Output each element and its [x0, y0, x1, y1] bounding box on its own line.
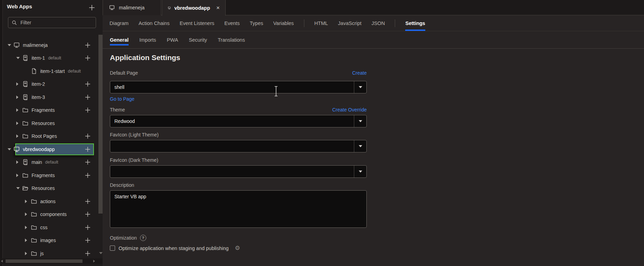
- scroll-right-arrow[interactable]: [93, 260, 95, 263]
- add-icon[interactable]: [84, 55, 91, 61]
- chevron-right-icon[interactable]: [25, 252, 31, 255]
- chevron-right-icon[interactable]: [16, 134, 22, 138]
- tree-item-css[interactable]: css: [0, 221, 103, 234]
- horizontal-scrollbar-thumb[interactable]: [6, 259, 82, 263]
- chevron-down-icon[interactable]: [8, 148, 13, 150]
- tab-json[interactable]: JSON: [372, 15, 385, 31]
- tree-item-root-pages[interactable]: Root Pages: [0, 130, 103, 143]
- add-icon[interactable]: [84, 42, 91, 49]
- add-icon[interactable]: [84, 250, 91, 257]
- editor-tab-malimeneja[interactable]: malimeneja: [103, 0, 161, 15]
- tree-item-badge: default: [45, 160, 58, 165]
- folder-icon: [22, 120, 29, 127]
- add-icon[interactable]: [84, 237, 91, 244]
- add-icon[interactable]: [84, 198, 91, 205]
- help-icon[interactable]: ?: [140, 235, 146, 241]
- default-page-select[interactable]: shell: [110, 81, 367, 93]
- tree-item-js[interactable]: js: [0, 247, 103, 260]
- add-icon[interactable]: [84, 146, 91, 153]
- scroll-down-arrow[interactable]: [99, 252, 103, 254]
- chevron-right-icon[interactable]: [25, 239, 31, 242]
- add-icon[interactable]: [84, 107, 91, 114]
- description-textarea[interactable]: Starter VB app: [110, 190, 367, 228]
- tree-item-fragments[interactable]: Fragments: [0, 104, 103, 117]
- chevron-right-icon[interactable]: [25, 213, 31, 216]
- optimize-checkbox[interactable]: [110, 246, 115, 251]
- tree-item-label: Resources: [32, 120, 55, 126]
- tab-event-listeners[interactable]: Event Listeners: [180, 15, 214, 31]
- tree-item-label: vbredwoodapp: [23, 147, 55, 152]
- create-override-link[interactable]: Create Override: [332, 107, 367, 113]
- chevron-down-icon[interactable]: [16, 57, 22, 59]
- editor-tab-strip: malimeneja vbredwoodapp ×: [103, 0, 644, 15]
- tree-item-item-2[interactable]: item-2: [0, 78, 103, 91]
- monitor-icon: [108, 5, 115, 11]
- tab-action-chains[interactable]: Action Chains: [139, 15, 169, 31]
- dropdown-button[interactable]: [354, 115, 366, 127]
- sub-tab-general[interactable]: General: [110, 31, 129, 49]
- tab-html[interactable]: HTML: [314, 15, 328, 31]
- tree-item-components[interactable]: components: [0, 208, 103, 221]
- dropdown-button[interactable]: [354, 166, 366, 177]
- tab-variables[interactable]: Variables: [273, 15, 294, 31]
- tree-item-resources[interactable]: Resources: [0, 182, 103, 195]
- chevron-right-icon[interactable]: [16, 122, 22, 125]
- add-icon[interactable]: [84, 224, 91, 231]
- vertical-scrollbar-thumb[interactable]: [98, 35, 103, 214]
- theme-select[interactable]: Redwood: [110, 115, 367, 127]
- create-page-link[interactable]: Create: [352, 70, 367, 76]
- tree-item-malimeneja[interactable]: malimeneja: [0, 39, 103, 52]
- chevron-right-icon[interactable]: [16, 174, 22, 177]
- dropdown-button[interactable]: [354, 140, 366, 152]
- tree-item-item-1-start[interactable]: item-1-start default: [0, 65, 103, 78]
- tree-item-fragments[interactable]: Fragments: [0, 169, 103, 182]
- add-icon[interactable]: [84, 172, 91, 179]
- tab-javascript[interactable]: JavaScript: [338, 15, 362, 31]
- chevron-down-icon[interactable]: [16, 187, 22, 189]
- filter-box[interactable]: [8, 17, 96, 28]
- tree-item-label: Fragments: [32, 173, 55, 178]
- add-icon[interactable]: [84, 94, 91, 101]
- chevron-down-icon[interactable]: [8, 44, 13, 46]
- tree-item-label: actions: [40, 199, 55, 204]
- dropdown-button[interactable]: [354, 81, 366, 93]
- tree-item-resources[interactable]: Resources: [0, 117, 103, 130]
- favicon-dark-select[interactable]: [110, 165, 367, 178]
- add-web-app-icon[interactable]: [88, 4, 96, 11]
- chevron-right-icon[interactable]: [16, 108, 22, 112]
- close-icon[interactable]: ×: [216, 5, 220, 11]
- tree-item-actions[interactable]: actions: [0, 195, 103, 208]
- add-icon[interactable]: [84, 211, 91, 218]
- filter-input[interactable]: [20, 20, 93, 25]
- tab-diagram[interactable]: Diagram: [110, 15, 129, 31]
- tree-item-label: main: [32, 159, 42, 165]
- add-icon[interactable]: [84, 133, 91, 140]
- add-icon[interactable]: [84, 159, 91, 166]
- sub-tab-imports[interactable]: Imports: [139, 31, 156, 49]
- sub-tab-pwa[interactable]: PWA: [167, 31, 178, 49]
- description-label: Description: [110, 182, 134, 188]
- tree-item-label: item-1: [32, 55, 45, 61]
- tree-item-images[interactable]: images: [0, 234, 103, 247]
- tree-item-main[interactable]: main default: [0, 156, 103, 169]
- gear-icon[interactable]: ⚙: [235, 245, 240, 251]
- chevron-right-icon[interactable]: [16, 82, 22, 86]
- favicon-light-label: FavIcon (Light Theme): [110, 132, 159, 138]
- favicon-light-select[interactable]: [110, 140, 367, 152]
- tree-item-item-1[interactable]: item-1 default: [0, 52, 103, 65]
- chevron-right-icon[interactable]: [16, 160, 22, 164]
- tree-item-vbredwoodapp[interactable]: vbredwoodapp: [0, 143, 103, 156]
- chevron-right-icon[interactable]: [25, 226, 31, 229]
- tree-item-item-3[interactable]: item-3: [0, 91, 103, 104]
- sub-tab-translations[interactable]: Translations: [218, 31, 245, 49]
- go-to-page-link[interactable]: Go to Page: [110, 96, 134, 102]
- chevron-right-icon[interactable]: [16, 95, 22, 99]
- tab-types[interactable]: Types: [250, 15, 263, 31]
- tab-settings[interactable]: Settings: [405, 15, 425, 31]
- sub-tab-security[interactable]: Security: [189, 31, 207, 49]
- scroll-left-arrow[interactable]: [1, 260, 3, 263]
- add-icon[interactable]: [84, 81, 91, 88]
- chevron-right-icon[interactable]: [25, 200, 31, 203]
- editor-tab-vbredwoodapp[interactable]: vbredwoodapp ×: [162, 0, 226, 16]
- tab-events[interactable]: Events: [224, 15, 240, 31]
